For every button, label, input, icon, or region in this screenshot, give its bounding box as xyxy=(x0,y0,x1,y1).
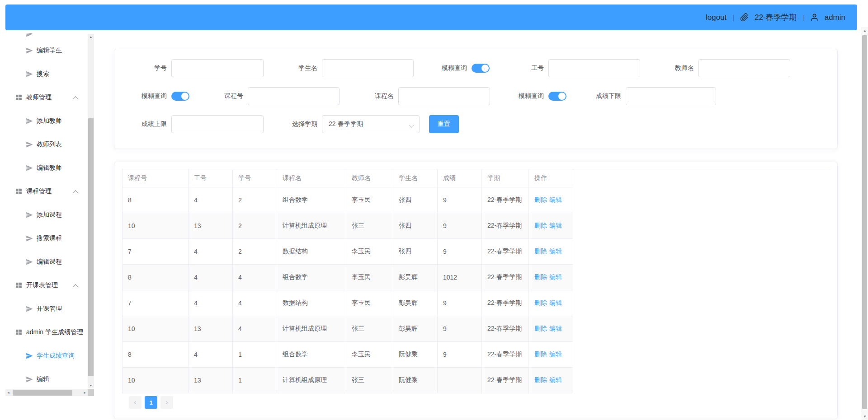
table-row: 744数据结构李玉民彭昊辉922-春季学期删除编辑 xyxy=(122,290,830,316)
delete-link[interactable]: 删除 xyxy=(534,376,547,384)
sidebar-item[interactable]: 添加课程 xyxy=(5,206,88,224)
sidebar-item-label: 学生成绩查询 xyxy=(37,352,75,360)
sidebar-item[interactable]: 编辑学生 xyxy=(5,42,88,60)
sidebar-horizontal-scrollbar[interactable]: ◄ ► xyxy=(5,389,88,396)
table-cell: 计算机组成原理 xyxy=(277,316,346,342)
student-name-label: 学生名 xyxy=(278,64,322,72)
sidebar-group[interactable]: 教师管理 xyxy=(5,89,88,107)
edit-link[interactable]: 编辑 xyxy=(549,222,562,230)
paper-plane-icon xyxy=(25,352,33,360)
sidebar-item[interactable]: 搜索课程 xyxy=(5,229,88,247)
sidebar-item[interactable]: 编辑课程 xyxy=(5,253,88,271)
course-name-input[interactable] xyxy=(398,87,490,105)
table-cell: 22-春季学期 xyxy=(482,265,529,290)
edit-link[interactable]: 编辑 xyxy=(549,247,562,256)
delete-link[interactable]: 删除 xyxy=(534,273,547,281)
edit-link[interactable]: 编辑 xyxy=(549,376,562,384)
fuzzy-search-toggle[interactable] xyxy=(548,92,566,101)
sidebar-item[interactable]: 学生成绩查询 xyxy=(5,347,88,365)
table-cell: 13 xyxy=(189,316,233,342)
scroll-up-icon[interactable]: ▲ xyxy=(88,34,94,40)
pagination-page-1-button[interactable]: 1 xyxy=(145,396,157,409)
paperclip-icon xyxy=(740,13,749,22)
score-max-input[interactable] xyxy=(171,115,264,133)
sidebar-item-label: 编辑课程 xyxy=(37,258,62,266)
edit-link[interactable]: 编辑 xyxy=(549,299,562,307)
pagination-prev-button[interactable]: ‹ xyxy=(129,396,142,409)
delete-link[interactable]: 删除 xyxy=(534,196,547,204)
semester-select-group: 选择学期 22-春季学期 xyxy=(278,115,420,133)
paper-plane-icon xyxy=(25,33,33,38)
sidebar-item[interactable]: 编辑 xyxy=(5,370,88,388)
delete-link[interactable]: 删除 xyxy=(534,325,547,333)
edit-link[interactable]: 编辑 xyxy=(549,196,562,204)
pagination-next-button[interactable]: › xyxy=(160,396,173,409)
edit-link[interactable]: 编辑 xyxy=(549,350,562,359)
delete-link[interactable]: 删除 xyxy=(534,299,547,307)
sidebar-group[interactable]: admin 学生成绩管理 xyxy=(5,323,88,341)
scroll-right-icon[interactable]: ► xyxy=(82,389,88,396)
fuzzy-search-label: 模糊查询 xyxy=(498,92,548,100)
delete-link[interactable]: 删除 xyxy=(534,222,547,230)
paper-plane-icon xyxy=(25,305,33,313)
student-id-field-group: 学号 xyxy=(127,59,264,77)
teacher-id-input[interactable] xyxy=(548,59,640,77)
table-cell: 4 xyxy=(189,290,233,316)
delete-link[interactable]: 删除 xyxy=(534,350,547,359)
table-actions-cell: 删除编辑 xyxy=(529,265,573,290)
table-actions-cell: 删除编辑 xyxy=(529,368,573,393)
course-id-input[interactable] xyxy=(248,87,340,105)
scroll-left-icon[interactable]: ◄ xyxy=(5,389,11,396)
sidebar-vscroll-thumb[interactable] xyxy=(88,118,94,376)
table-cell: 张四 xyxy=(393,239,438,265)
teacher-name-input[interactable] xyxy=(698,59,790,77)
table-actions-cell: 删除编辑 xyxy=(529,239,573,265)
edit-link[interactable]: 编辑 xyxy=(549,325,562,333)
current-semester-label[interactable]: 22-春季学期 xyxy=(755,12,797,23)
edit-link[interactable]: 编辑 xyxy=(549,273,562,281)
table-cell: 张四 xyxy=(393,187,438,213)
sidebar-group[interactable]: 课程管理 xyxy=(5,182,88,201)
scroll-up-icon[interactable]: ▲ xyxy=(861,27,868,34)
sidebar-vertical-scrollbar[interactable]: ▲ ▼ xyxy=(88,34,94,388)
scroll-down-icon[interactable]: ▼ xyxy=(861,413,868,420)
delete-link[interactable]: 删除 xyxy=(534,247,547,256)
table-header-cell: 操作 xyxy=(529,169,573,187)
table-body: 842组合数学李玉民张四922-春季学期删除编辑10132计算机组成原理张三张四… xyxy=(122,187,830,393)
student-id-input[interactable] xyxy=(171,59,264,77)
sidebar-item[interactable]: 编辑教师 xyxy=(5,159,88,177)
grid-icon xyxy=(15,187,23,196)
sidebar-item[interactable]: 开课管理 xyxy=(5,300,88,318)
sidebar-item[interactable]: 添加教师 xyxy=(5,112,88,130)
table-cell: 22-春季学期 xyxy=(482,316,529,342)
grid-icon xyxy=(15,328,23,336)
sidebar-item[interactable]: 搜索 xyxy=(5,65,88,83)
fuzzy-search-toggle-group-3: 模糊查询 xyxy=(498,87,566,105)
sidebar-hscroll-thumb[interactable] xyxy=(13,390,72,396)
page-vertical-scrollbar[interactable]: ▲ ▼ xyxy=(861,27,868,420)
score-min-label: 成绩下限 xyxy=(581,92,626,100)
username-label[interactable]: admin xyxy=(825,13,845,22)
table-header-cell: 教师名 xyxy=(346,169,393,187)
score-min-field-group: 成绩下限 xyxy=(581,87,716,105)
course-name-field-group: 课程名 xyxy=(354,87,490,105)
semester-select[interactable]: 22-春季学期 xyxy=(322,115,420,133)
fuzzy-search-toggle[interactable] xyxy=(171,92,189,101)
table-cell: 李玉民 xyxy=(346,290,393,316)
sidebar: 编辑学生搜索教师管理添加教师教师列表编辑教师课程管理添加课程搜索课程编辑课程开课… xyxy=(5,33,94,397)
student-name-input[interactable] xyxy=(322,59,414,77)
user-icon xyxy=(810,13,819,22)
sidebar-item[interactable]: 教师列表 xyxy=(5,135,88,154)
scroll-down-icon[interactable]: ▼ xyxy=(88,383,94,388)
fuzzy-search-toggle[interactable] xyxy=(472,64,490,73)
page-scrollbar-thumb[interactable] xyxy=(862,35,867,409)
table-header-cell: 课程号 xyxy=(122,169,189,187)
sidebar-group[interactable]: 开课表管理 xyxy=(5,276,88,294)
sidebar-item-label: admin 学生成绩管理 xyxy=(26,328,83,336)
sidebar-item-label: 搜索 xyxy=(37,70,49,78)
logout-link[interactable]: logout xyxy=(706,13,726,22)
sidebar-item[interactable] xyxy=(5,33,88,39)
table-header-cell: 成绩 xyxy=(438,169,482,187)
reset-button[interactable]: 重置 xyxy=(429,115,459,133)
score-min-input[interactable] xyxy=(626,87,716,105)
